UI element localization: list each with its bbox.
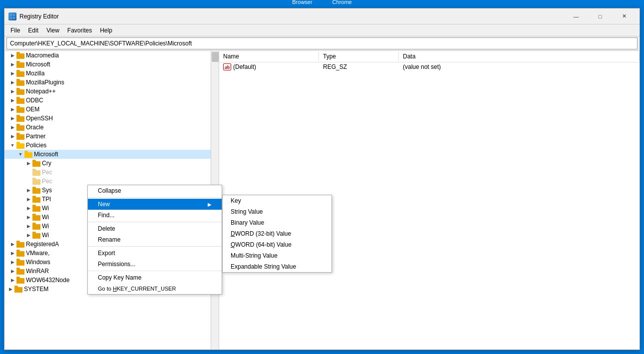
folder-icon-macromedia xyxy=(16,52,24,59)
submenu-dword-value[interactable]: DWORD (32-bit) Value xyxy=(223,228,331,239)
expander-wi3: ▶ xyxy=(24,222,32,230)
close-button[interactable]: ✕ xyxy=(613,11,636,21)
tree-label-pec2: Pec xyxy=(42,178,52,185)
taskbar-item-browser[interactable]: Browser xyxy=(292,0,312,5)
separator-4 xyxy=(88,271,222,271)
context-menu-delete[interactable]: Delete xyxy=(88,223,222,234)
submenu-qword-value[interactable]: QWORD (64-bit) Value xyxy=(223,239,331,250)
submenu-binary-value[interactable]: Binary Value xyxy=(223,217,331,228)
menu-file[interactable]: File xyxy=(6,26,24,35)
tree-item-openssh[interactable]: ▶ OpenSSH xyxy=(4,114,219,123)
separator-1 xyxy=(88,197,222,198)
context-menu: Collapse New ▶ Find... Delete Rename Exp… xyxy=(87,185,222,295)
folder-icon-notepadpp xyxy=(16,88,24,95)
detail-type-default: REG_SZ xyxy=(319,63,399,71)
tree-item-notepadpp[interactable]: ▶ Notepad++ xyxy=(4,87,219,96)
detail-data-default: (value not set) xyxy=(399,63,640,71)
address-path: Computer\HKEY_LOCAL_MACHINE\SOFTWARE\Pol… xyxy=(10,40,192,47)
taskbar-item-chrome[interactable]: Chrome xyxy=(332,0,352,5)
menu-view[interactable]: View xyxy=(42,26,63,35)
folder-icon-winrar xyxy=(16,268,24,275)
context-menu-copy-key-label: Copy Key Name xyxy=(98,274,141,281)
context-menu-new-label: New xyxy=(98,201,110,208)
expander-microsoft-sw: ▶ xyxy=(8,60,16,68)
tree-item-oem[interactable]: ▶ OEM xyxy=(4,105,219,114)
expander-macromedia: ▶ xyxy=(8,51,16,59)
folder-icon-wow6432node xyxy=(16,277,24,284)
menu-favorites[interactable]: Favorites xyxy=(63,26,96,35)
context-menu-goto-hkcu-label: Go to HKEY_CURRENT_USER xyxy=(98,286,176,292)
tree-label-oem: OEM xyxy=(26,106,39,113)
maximize-button[interactable]: □ xyxy=(589,11,612,21)
tree-label-wi1: Wi xyxy=(42,205,49,212)
svg-rect-1 xyxy=(13,14,15,16)
tree-item-microsoft-policies[interactable]: ▼ Microsoft xyxy=(4,150,219,159)
tree-item-mozillaplugins[interactable]: ▶ MozillaPlugins xyxy=(4,78,219,87)
menu-edit[interactable]: Edit xyxy=(24,26,42,35)
column-type[interactable]: Type xyxy=(319,52,399,61)
folder-icon-wi1 xyxy=(32,205,40,212)
tree-item-macromedia[interactable]: ▶ Macromedia xyxy=(4,51,219,60)
svg-rect-3 xyxy=(13,17,15,19)
submenu-expandable-string-value[interactable]: Expandable String Value xyxy=(223,261,331,272)
folder-icon-windows xyxy=(16,259,24,266)
submenu-multi-string-value[interactable]: Multi-String Value xyxy=(223,250,331,261)
tree-label-odbc: ODBC xyxy=(26,97,43,104)
submenu-expandable-string-value-label: Expandable String Value xyxy=(231,263,296,270)
context-menu-export-label: Export xyxy=(98,250,115,257)
folder-icon-registered xyxy=(16,241,24,248)
context-menu-find[interactable]: Find... xyxy=(88,210,222,221)
column-data[interactable]: Data xyxy=(399,52,640,61)
folder-icon-microsoft-policies xyxy=(24,151,32,158)
tree-item-pec1[interactable]: Pec xyxy=(4,168,219,177)
submenu-key[interactable]: Key xyxy=(223,195,331,206)
tree-label-partner: Partner xyxy=(26,133,45,140)
expander-odbc: ▶ xyxy=(8,96,16,104)
expander-sys: ▶ xyxy=(24,186,32,194)
detail-name-default: ab (Default) xyxy=(219,63,319,71)
tree-item-odbc[interactable]: ▶ ODBC xyxy=(4,96,219,105)
column-name[interactable]: Name xyxy=(219,52,319,61)
address-bar[interactable]: Computer\HKEY_LOCAL_MACHINE\SOFTWARE\Pol… xyxy=(6,37,638,49)
tree-item-partner[interactable]: ▶ Partner xyxy=(4,132,219,141)
detail-name-label: (Default) xyxy=(233,63,256,70)
context-menu-goto-hkcu[interactable]: Go to HKEY_CURRENT_USER xyxy=(88,283,222,294)
context-menu-new[interactable]: New ▶ xyxy=(88,199,222,210)
context-menu-copy-key[interactable]: Copy Key Name xyxy=(88,272,222,283)
tree-item-cry[interactable]: ▶ Cry xyxy=(4,159,219,168)
folder-icon-cry xyxy=(32,160,40,167)
tree-item-mozilla[interactable]: ▶ Mozilla xyxy=(4,69,219,78)
context-menu-export[interactable]: Export xyxy=(88,248,222,259)
submenu-qword-value-label: QWORD (64-bit) Value xyxy=(231,241,292,248)
expander-wi1: ▶ xyxy=(24,204,32,212)
tree-label-registered: RegisteredA xyxy=(26,241,59,248)
submenu-string-value-label: String Value xyxy=(231,208,263,215)
scrollbar-thumb[interactable] xyxy=(212,52,219,62)
expander-system: ▶ xyxy=(6,285,14,293)
detail-row-default[interactable]: ab (Default) REG_SZ (value not set) xyxy=(219,62,640,71)
context-menu-rename[interactable]: Rename xyxy=(88,234,222,245)
tree-item-policies[interactable]: ▼ Policies xyxy=(4,141,219,150)
minimize-button[interactable]: — xyxy=(565,11,588,21)
folder-icon-partner xyxy=(16,133,24,140)
folder-icon-vmware xyxy=(16,250,24,257)
tree-label-winrar: WinRAR xyxy=(26,268,49,275)
folder-icon-pec2 xyxy=(32,178,40,185)
expander-tpl: ▶ xyxy=(24,195,32,203)
context-menu-permissions[interactable]: Permissions... xyxy=(88,259,222,270)
tree-item-oracle[interactable]: ▶ Oracle xyxy=(4,123,219,132)
context-menu-delete-label: Delete xyxy=(98,225,115,232)
expander-pec2 xyxy=(24,177,32,185)
submenu-dword-value-label: DWORD (32-bit) Value xyxy=(231,230,291,237)
folder-icon-system xyxy=(14,286,22,293)
expander-winrar: ▶ xyxy=(8,267,16,275)
menu-help[interactable]: Help xyxy=(96,26,116,35)
expander-wi4: ▶ xyxy=(24,231,32,239)
tree-item-microsoft-sw[interactable]: ▶ Microsoft xyxy=(4,60,219,69)
submenu-string-value[interactable]: String Value xyxy=(223,206,331,217)
window-title: Registry Editor xyxy=(19,13,565,20)
tree-label-macromedia: Macromedia xyxy=(26,52,59,59)
context-menu-collapse[interactable]: Collapse xyxy=(88,185,222,196)
submenu-multi-string-value-label: Multi-String Value xyxy=(231,252,278,259)
app-icon xyxy=(8,12,16,20)
